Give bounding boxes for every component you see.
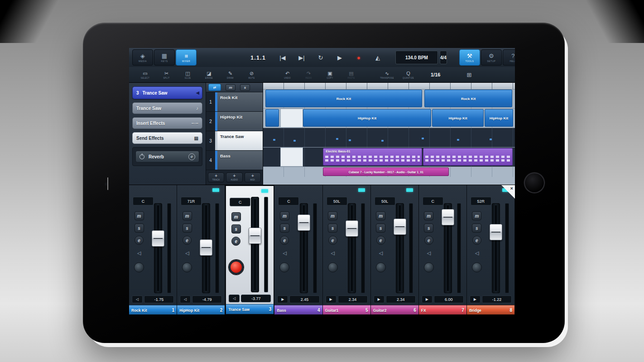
play-button[interactable]: ▶	[333, 54, 346, 61]
speaker-icon[interactable]: ◁	[180, 295, 191, 303]
track-lane-1[interactable]: Rock KitRock Kit	[263, 89, 515, 109]
tempo-display[interactable]: 134.0 BPM	[395, 51, 438, 64]
solo-button[interactable]: s	[424, 224, 433, 233]
play-icon[interactable]: ▶	[470, 295, 481, 303]
clip[interactable]	[423, 148, 513, 166]
pan-display[interactable]: C	[133, 197, 154, 205]
solo-button[interactable]: s	[328, 224, 337, 233]
mixer-channel-3[interactable]: Cmse◁-3.77Trance Saw3	[225, 185, 274, 314]
insert-effects-button[interactable]: Insert Effects −◦−	[132, 117, 202, 129]
forward-button[interactable]: ▶|	[295, 54, 308, 61]
fader-track[interactable]	[154, 203, 162, 293]
add-midi-button[interactable]: +MIDI	[245, 172, 261, 182]
pan-display[interactable]: 71R	[181, 197, 202, 205]
edit-button[interactable]: e	[135, 236, 144, 245]
grid-value[interactable]: 1/16	[431, 72, 440, 77]
monitor-button[interactable]	[424, 262, 434, 272]
time-signature-display[interactable]: 4/4	[440, 51, 447, 64]
clip[interactable]: Rock Kit	[424, 90, 513, 107]
solo-button[interactable]: s	[280, 224, 289, 233]
track-row-2[interactable]: 2HipHop Kit	[206, 112, 263, 131]
channel-name-bar[interactable]: Trance Saw3	[226, 304, 274, 314]
power-icon[interactable]	[139, 154, 144, 159]
mute-button[interactable]: m	[472, 211, 481, 220]
channel-name-bar[interactable]: Bass4	[274, 305, 322, 314]
add-audio-button[interactable]: +AUDIO	[226, 172, 242, 182]
mixer-channel-4[interactable]: Cmse◁▶2.45Bass4	[274, 185, 322, 314]
timeline-ruler[interactable]	[263, 83, 515, 90]
speaker-icon[interactable]: ◁	[427, 250, 431, 256]
channel-name-bar[interactable]: Rock Kit1	[129, 305, 177, 314]
edit-icon[interactable]: e	[188, 153, 195, 160]
mixer-channel-5[interactable]: 50Lmse◁▶2.34Guitar15	[323, 185, 371, 314]
speaker-icon[interactable]: ◁	[229, 295, 240, 302]
fader-handle[interactable]	[200, 239, 212, 256]
fader-handle[interactable]	[152, 230, 164, 247]
solo-button[interactable]: s	[135, 224, 144, 233]
toolbar-undo[interactable]: ↶UNDO	[277, 71, 298, 79]
fader-handle[interactable]	[249, 228, 261, 244]
reverb-button[interactable]: Reverb e	[135, 151, 199, 162]
track-lane-5[interactable]: Cubase 7 - Lucky Number - 0017 - Audio -…	[263, 167, 515, 177]
record-button[interactable]: ●	[352, 54, 365, 61]
mixer-channel-7[interactable]: Cmse◁▶6.00FX7	[419, 185, 467, 314]
toolbar-copy[interactable]: ▣COPY	[319, 71, 341, 79]
track-row-3[interactable]: 3Trance Saw	[206, 131, 263, 151]
solo-column-header[interactable]: s	[240, 84, 250, 91]
pan-display[interactable]: 50L	[375, 197, 395, 205]
grid-icon[interactable]: ⊞	[466, 71, 471, 78]
clip[interactable]: Cubase 7 - Lucky Number - 0017 - Audio -…	[323, 167, 449, 176]
monitor-button[interactable]	[472, 262, 482, 272]
cycle-button[interactable]: ↻	[314, 54, 327, 61]
fader-handle[interactable]	[298, 214, 310, 231]
edit-button[interactable]: e	[376, 236, 385, 245]
monitor-button[interactable]	[134, 262, 144, 272]
fader-handle[interactable]	[394, 219, 406, 235]
speaker-icon[interactable]: ◁	[132, 295, 143, 303]
send-effects-button[interactable]: Send Effects ▤	[132, 132, 202, 144]
pan-display[interactable]: C	[230, 198, 250, 206]
toolbar-transpose[interactable]: ∿TRANSPOSE	[376, 71, 398, 79]
mute-button[interactable]: m	[183, 211, 192, 220]
monitor-button[interactable]	[328, 262, 338, 272]
fader-handle[interactable]	[490, 224, 502, 240]
song-position-display[interactable]: 1.1.1	[250, 54, 266, 61]
home-button[interactable]	[524, 172, 545, 193]
rewind-button[interactable]: |◀	[276, 54, 289, 61]
close-icon[interactable]: ×	[510, 186, 513, 191]
mute-button[interactable]: m	[424, 211, 433, 220]
selected-track-button[interactable]: 3 Trance Saw ◀	[132, 86, 202, 99]
toolbar-mute[interactable]: ⊘MUTE	[241, 71, 262, 79]
play-icon[interactable]: ▶	[422, 295, 433, 303]
edit-button[interactable]: e	[280, 236, 289, 245]
metronome-button[interactable]: ◭	[371, 54, 384, 61]
clip[interactable]: Electric Bass-01	[323, 148, 422, 166]
channel-name-bar[interactable]: FX7	[419, 305, 466, 314]
mixer-channel-6[interactable]: 50Lmse◁▶2.34Guitar26	[371, 185, 419, 314]
help-button[interactable]: ?HELP	[503, 49, 515, 66]
fader-handle[interactable]	[346, 220, 358, 237]
speaker-icon[interactable]: ◁	[475, 250, 479, 256]
fader-track[interactable]	[202, 203, 210, 293]
pan-display[interactable]: C	[423, 197, 443, 205]
pan-display[interactable]: C	[278, 197, 299, 205]
edit-button[interactable]: e	[424, 236, 433, 245]
pan-display[interactable]: 50L	[327, 197, 347, 205]
mute-button[interactable]: m	[231, 212, 241, 221]
track-row-1[interactable]: 1Rock Kit	[206, 92, 263, 112]
mixer-channel-1[interactable]: Cmse◁◁-1.75Rock Kit1	[129, 185, 177, 314]
solo-button[interactable]: s	[376, 224, 385, 233]
fader-track[interactable]	[300, 203, 308, 293]
toolbar-split[interactable]: ✂SPLIT	[156, 71, 177, 79]
collapse-icon[interactable]: ◀	[196, 90, 199, 95]
toolbar-paste[interactable]: ▤PASTE	[341, 71, 362, 79]
clip[interactable]: Rock Kit	[265, 90, 422, 107]
solo-button[interactable]: s	[183, 224, 192, 233]
fader-track[interactable]	[444, 203, 452, 293]
toolbar-redo[interactable]: ↷REDO	[298, 71, 319, 79]
routing-button[interactable]: ⇄	[208, 84, 221, 91]
speaker-icon[interactable]: ◁	[137, 250, 141, 256]
speaker-icon[interactable]: ◁	[379, 250, 382, 256]
edit-button[interactable]: e	[231, 237, 240, 246]
mixer-channel-2[interactable]: 71Rmse◁◁-4.79HipHop Kit2	[177, 185, 225, 314]
